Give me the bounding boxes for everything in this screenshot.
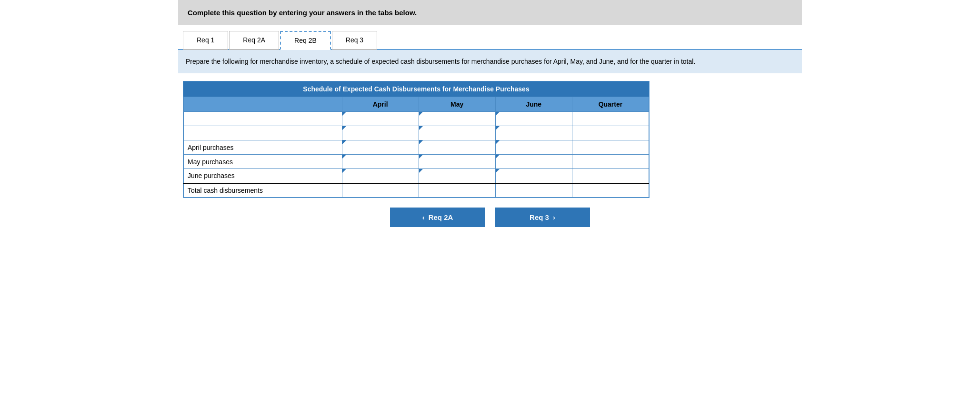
row-0-quarter[interactable] bbox=[572, 112, 649, 126]
row-4-june[interactable] bbox=[495, 169, 572, 183]
input-row1-may[interactable] bbox=[419, 126, 495, 140]
input-row2-may[interactable] bbox=[419, 140, 495, 154]
table-row bbox=[184, 112, 649, 126]
col-header-may: May bbox=[419, 97, 495, 112]
triangle-icon bbox=[419, 112, 423, 116]
input-row5-june[interactable] bbox=[496, 184, 572, 198]
triangle-icon bbox=[342, 155, 346, 158]
row-4-quarter[interactable] bbox=[572, 169, 649, 183]
header-text: Complete this question by entering your … bbox=[188, 9, 417, 17]
table-row: May purchases bbox=[184, 155, 649, 169]
triangle-icon bbox=[342, 126, 346, 130]
input-row1-june[interactable] bbox=[496, 126, 572, 140]
row-5-may[interactable] bbox=[419, 183, 495, 198]
row-0-april[interactable] bbox=[342, 112, 419, 126]
input-row0-april[interactable] bbox=[342, 112, 419, 126]
tab-req1[interactable]: Req 1 bbox=[183, 31, 228, 50]
row-3-may[interactable] bbox=[419, 155, 495, 169]
row-4-may[interactable] bbox=[419, 169, 495, 183]
input-row2-june[interactable] bbox=[496, 140, 572, 154]
input-row5-quarter[interactable] bbox=[572, 184, 649, 198]
row-3-quarter[interactable] bbox=[572, 155, 649, 169]
triangle-icon bbox=[342, 169, 346, 173]
input-row4-april[interactable] bbox=[342, 169, 419, 183]
row-2-may[interactable] bbox=[419, 140, 495, 155]
input-row0-june[interactable] bbox=[496, 112, 572, 126]
tabs-row: Req 1 Req 2A Req 2B Req 3 bbox=[178, 30, 802, 50]
col-header-label bbox=[184, 97, 342, 112]
row-5-june[interactable] bbox=[495, 183, 572, 198]
table-row: June purchases bbox=[184, 169, 649, 183]
input-row4-may[interactable] bbox=[419, 169, 495, 183]
row-2-june[interactable] bbox=[495, 140, 572, 155]
row-2-quarter[interactable] bbox=[572, 140, 649, 155]
header-banner: Complete this question by entering your … bbox=[178, 0, 802, 25]
row-3-label: May purchases bbox=[184, 155, 342, 169]
input-row3-april[interactable] bbox=[342, 155, 419, 168]
next-label: Req 3 bbox=[530, 213, 549, 221]
row-5-april[interactable] bbox=[342, 183, 419, 198]
row-5-label: Total cash disbursements bbox=[184, 183, 342, 198]
row-0-may[interactable] bbox=[419, 112, 495, 126]
triangle-icon bbox=[496, 169, 500, 173]
col-header-april: April bbox=[342, 97, 419, 112]
row-1-may[interactable] bbox=[419, 126, 495, 140]
row-3-june[interactable] bbox=[495, 155, 572, 169]
triangle-icon bbox=[496, 126, 500, 130]
schedule-table: April May June Quarter bbox=[183, 97, 649, 198]
row-1-june[interactable] bbox=[495, 126, 572, 140]
input-row1-quarter[interactable] bbox=[572, 126, 649, 140]
input-row4-june[interactable] bbox=[496, 169, 572, 183]
triangle-icon bbox=[496, 112, 500, 116]
input-row1-april[interactable] bbox=[342, 126, 419, 140]
triangle-icon bbox=[419, 169, 423, 173]
col-header-quarter: Quarter bbox=[572, 97, 649, 112]
input-row3-june[interactable] bbox=[496, 155, 572, 168]
tab-req3[interactable]: Req 3 bbox=[332, 31, 377, 50]
table-title: Schedule of Expected Cash Disbursements … bbox=[183, 81, 649, 97]
row-4-label: June purchases bbox=[184, 169, 342, 183]
prev-label: Req 2A bbox=[429, 213, 453, 221]
row-1-april[interactable] bbox=[342, 126, 419, 140]
input-row4-quarter[interactable] bbox=[572, 169, 649, 183]
row-0-june[interactable] bbox=[495, 112, 572, 126]
row-4-april[interactable] bbox=[342, 169, 419, 183]
triangle-icon bbox=[342, 140, 346, 144]
prev-chevron: ‹ bbox=[422, 213, 425, 221]
triangle-icon bbox=[419, 155, 423, 158]
triangle-icon bbox=[419, 126, 423, 130]
page-wrapper: Complete this question by entering your … bbox=[178, 0, 802, 241]
input-row3-may[interactable] bbox=[419, 155, 495, 168]
instruction-text: Prepare the following for merchandise in… bbox=[186, 58, 695, 65]
table-row: April purchases bbox=[184, 140, 649, 155]
tab-req2b[interactable]: Req 2B bbox=[280, 31, 331, 50]
row-2-label: April purchases bbox=[184, 140, 342, 155]
triangle-icon bbox=[496, 155, 500, 158]
table-header-row: April May June Quarter bbox=[184, 97, 649, 112]
row-0-label bbox=[184, 112, 342, 126]
triangle-icon bbox=[496, 140, 500, 144]
nav-buttons: ‹ Req 2A Req 3 › bbox=[178, 208, 802, 241]
input-row3-quarter[interactable] bbox=[572, 155, 649, 168]
triangle-icon bbox=[342, 112, 346, 116]
triangle-icon bbox=[419, 140, 423, 144]
table-container: Schedule of Expected Cash Disbursements … bbox=[183, 81, 650, 198]
input-row5-april[interactable] bbox=[342, 184, 419, 198]
input-row2-quarter[interactable] bbox=[572, 140, 649, 154]
row-2-april[interactable] bbox=[342, 140, 419, 155]
next-button[interactable]: Req 3 › bbox=[495, 208, 590, 227]
row-3-april[interactable] bbox=[342, 155, 419, 169]
input-row5-may[interactable] bbox=[419, 184, 495, 198]
prev-button[interactable]: ‹ Req 2A bbox=[390, 208, 485, 227]
row-5-quarter[interactable] bbox=[572, 183, 649, 198]
tab-req2a[interactable]: Req 2A bbox=[229, 31, 279, 50]
instruction-box: Prepare the following for merchandise in… bbox=[178, 50, 802, 73]
input-row0-may[interactable] bbox=[419, 112, 495, 126]
table-row-total: Total cash disbursements bbox=[184, 183, 649, 198]
next-chevron: › bbox=[553, 213, 555, 221]
table-row bbox=[184, 126, 649, 140]
row-1-quarter[interactable] bbox=[572, 126, 649, 140]
col-header-june: June bbox=[495, 97, 572, 112]
input-row2-april[interactable] bbox=[342, 140, 419, 154]
input-row0-quarter[interactable] bbox=[572, 112, 649, 126]
